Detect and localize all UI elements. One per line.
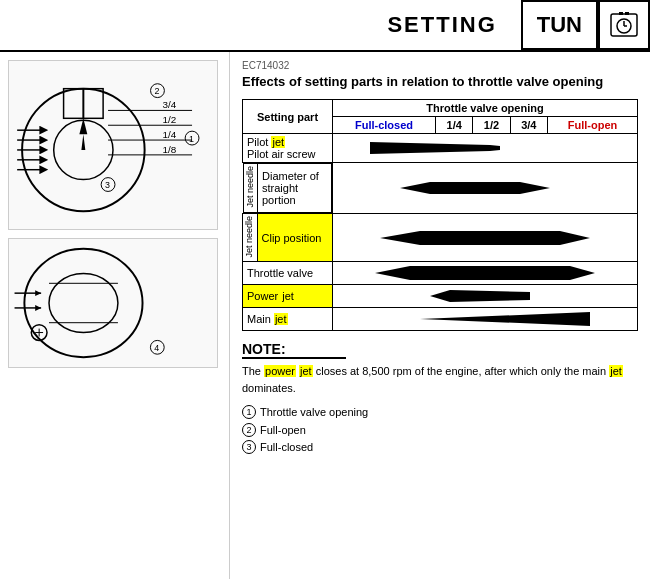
svg-text:3: 3 [105,180,110,190]
diameter-label: Diameter ofstraight portion [258,164,332,212]
bar-cell [333,308,638,331]
svg-rect-4 [619,12,623,15]
bottom-diagram: 4 [8,238,218,368]
main-content: 3/4 1/2 1/4 1/8 2 1 3 [0,52,650,579]
svg-marker-49 [430,290,530,302]
table-row: Power jet [243,285,638,308]
svg-marker-43 [35,305,41,311]
setting-part-label: Jet needle Clip position [243,213,333,262]
clip-position-label: Clip position [257,214,332,262]
sub-header-three-quarter: 3/4 [510,117,547,134]
ec-code: EC714032 [242,60,638,71]
svg-marker-50 [420,312,590,326]
bar-cell [333,213,638,262]
bar-cell [333,262,638,285]
carburetor-diagram: 3/4 1/2 1/4 1/8 2 1 3 [8,60,218,230]
svg-marker-45 [490,145,500,151]
svg-text:1/4: 1/4 [162,129,176,140]
svg-marker-46 [400,182,550,194]
section-title: Effects of setting parts in relation to … [242,73,638,91]
sub-header-full-open: Full-open [547,117,637,134]
legend-num-1: 1 [242,405,256,419]
col-throttle-header: Throttle valve opening [333,100,638,117]
left-panel: 3/4 1/2 1/4 1/8 2 1 3 [0,52,230,579]
svg-point-31 [24,249,142,357]
legend-item-1: 1 Throttle valve opening [242,404,638,422]
svg-text:1/8: 1/8 [162,144,176,155]
right-panel: EC714032 Effects of setting parts in rel… [230,52,650,579]
svg-marker-44 [370,142,490,154]
page-title: SETTING [367,0,516,50]
bar-cell [333,163,638,214]
jet-needle-label2: Jet needle [245,216,254,258]
legend-item-2: 2 Full-open [242,422,638,440]
legend-num-3: 3 [242,440,256,454]
table-row: Pilot jetPilot air screw [243,134,638,163]
legend-text-1: Throttle valve opening [260,404,368,422]
sub-header-half: 1/2 [473,117,510,134]
svg-text:1: 1 [189,134,194,144]
svg-rect-5 [625,12,629,15]
timer-icon [598,0,650,50]
table-row: Throttle valve [243,262,638,285]
legend-text-3: Full-closed [260,439,313,457]
svg-text:4: 4 [154,343,159,353]
svg-marker-48 [375,266,595,280]
note-title: NOTE: [242,341,346,359]
setting-part-label: Pilot jetPilot air screw [243,134,333,163]
sub-header-full-closed: Full-closed [333,117,436,134]
svg-marker-11 [81,134,85,150]
svg-point-32 [49,273,118,332]
sub-header-quarter: 1/4 [436,117,473,134]
setting-part-label: Power jet [243,285,333,308]
note-text: The power jet closes at 8,500 rpm of the… [242,363,638,396]
table-row: Jet needle Clip position [243,213,638,262]
effects-table: Setting part Throttle valve opening Full… [242,99,638,331]
bar-cell [333,285,638,308]
svg-marker-47 [380,231,590,245]
col-setting-part-header: Setting part [243,100,333,134]
legend-item-3: 3 Full-closed [242,439,638,457]
svg-text:1/2: 1/2 [162,114,176,125]
setting-part-label: Jet needle Diameter ofstraight portion [243,163,333,213]
svg-marker-41 [35,290,41,296]
table-row: Main jet [243,308,638,331]
jet-needle-label: Jet needle [246,166,255,208]
setting-part-label: Main jet [243,308,333,331]
svg-text:3/4: 3/4 [162,99,176,110]
tun-badge: TUN [521,0,598,50]
table-row: Jet needle Diameter ofstraight portion [243,163,638,214]
legend-num-2: 2 [242,423,256,437]
legend-text-2: Full-open [260,422,306,440]
setting-part-label: Throttle valve [243,262,333,285]
note-section: NOTE: The power jet closes at 8,500 rpm … [242,341,638,396]
page-header: SETTING TUN [0,0,650,52]
legend-list: 1 Throttle valve opening 2 Full-open 3 F… [242,404,638,457]
bar-cell [333,134,638,163]
svg-text:2: 2 [155,86,160,96]
